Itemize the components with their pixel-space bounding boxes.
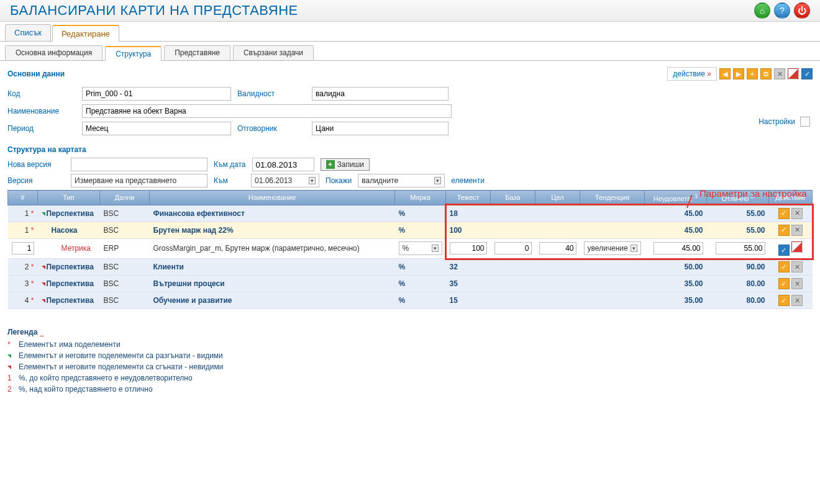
row-edit-icon[interactable]: ✓ — [778, 278, 790, 289]
add-icon[interactable]: + — [747, 68, 758, 79]
th-num: # — [8, 191, 38, 205]
show-link[interactable]: Покажи — [326, 176, 352, 185]
input-name[interactable] — [82, 104, 452, 118]
th-type: Тип — [38, 191, 100, 205]
inner-tab-structure[interactable]: Структура — [105, 46, 162, 61]
section-basic-data: Основни данни — [7, 70, 65, 78]
settings-checkbox[interactable] — [800, 117, 810, 127]
inner-tab-tasks[interactable]: Свързани задачи — [233, 45, 314, 60]
legend-one: %, до който представянето е неудовлетвор… — [19, 374, 193, 382]
target-input[interactable] — [539, 242, 576, 254]
label-version: Версия — [7, 176, 65, 185]
copy-icon[interactable]: ⧉ — [760, 68, 772, 79]
row-confirm-icon[interactable]: ✓ — [778, 245, 790, 256]
section-card-structure: Структура на картата — [7, 145, 813, 154]
weight-input[interactable] — [450, 242, 487, 254]
base-input[interactable] — [494, 242, 532, 254]
label-code: Код — [7, 89, 76, 98]
elements-link[interactable]: елементи — [451, 176, 485, 185]
nav-next-icon[interactable]: ▶ — [733, 68, 744, 79]
label-to-date: Към дата — [214, 160, 246, 169]
nav-prev-icon[interactable]: ◀ — [719, 68, 731, 79]
close-icon[interactable]: ✕ — [774, 68, 785, 79]
table-row: 3 * Перспектива BSC Вътрешни процеси % 3… — [8, 276, 813, 292]
save-button[interactable]: +Запиши — [321, 158, 370, 171]
label-new-version: Нова версия — [7, 160, 65, 169]
row-delete-icon[interactable]: ✕ — [791, 208, 803, 219]
table-row: 2 * Перспектива BSC Клиенти % 32 50.00 9… — [8, 259, 813, 276]
inner-tab-presentation[interactable]: Представяне — [164, 45, 230, 60]
legend-star: Елементът има поделементи — [19, 340, 121, 349]
legend-green: Елементът и неговите поделементи са разг… — [19, 351, 223, 360]
table-row: Метрика ERP GrossMargin_par_m, Брутен ма… — [8, 238, 813, 259]
select-version[interactable]: Измерване на представянето — [71, 174, 207, 187]
unsat-input[interactable] — [654, 242, 703, 254]
legend-two: %, над който представянето е отлично — [19, 385, 153, 394]
table-row: 1 * Насока BSC Брутен марж над 22% % 100… — [8, 222, 813, 238]
input-code[interactable] — [82, 87, 231, 101]
home-icon[interactable]: ⌂ — [754, 2, 770, 19]
th-base: База — [491, 191, 535, 205]
row-edit-icon[interactable]: ✓ — [778, 225, 790, 236]
legend-red: Елементът и неговите поделементи са сгън… — [19, 362, 223, 371]
row-delete-icon[interactable]: ✕ — [791, 278, 803, 289]
discard-icon[interactable] — [788, 68, 799, 79]
label-to: Към — [214, 176, 245, 185]
th-measure: Мярка — [395, 191, 446, 205]
help-icon[interactable]: ? — [774, 2, 790, 19]
input-to-date[interactable] — [252, 158, 314, 171]
select-show[interactable]: валидните▾ — [358, 174, 445, 187]
measure-select[interactable]: %▾ — [399, 241, 442, 255]
input-period[interactable] — [82, 122, 231, 135]
legend-title: Легенда — [7, 328, 37, 336]
th-data: Данни — [100, 191, 150, 205]
th-name: Наименование — [150, 191, 395, 205]
inner-tab-info[interactable]: Основна информация — [5, 45, 102, 60]
input-responsible[interactable] — [312, 122, 449, 135]
row-edit-icon[interactable]: ✓ — [778, 208, 790, 219]
structure-table: # Тип Данни Наименование Мярка Тежест Ба… — [7, 190, 813, 309]
tab-list[interactable]: Списък — [5, 24, 51, 41]
th-unsat: Неудовлетв. 1 — [645, 191, 707, 205]
row-edit-icon[interactable]: ✓ — [778, 261, 790, 272]
row-delete-icon[interactable]: ✕ — [791, 261, 803, 272]
label-name: Наименование — [7, 107, 76, 115]
input-new-version[interactable] — [71, 158, 207, 171]
th-excellent: Отлично 2 — [707, 191, 769, 205]
select-to[interactable]: 01.06.2013▾ — [251, 174, 319, 187]
label-responsible: Отговорник — [237, 124, 306, 133]
row-index-input[interactable] — [12, 242, 34, 254]
trend-select[interactable]: увеличение▾ — [584, 241, 641, 255]
label-validity: Валидност — [237, 89, 306, 98]
row-delete-icon[interactable]: ✕ — [791, 225, 803, 236]
page-title: БАЛАНСИРАНИ КАРТИ НА ПРЕДСТАВЯНЕ — [10, 2, 298, 19]
th-weight: Тежест — [446, 191, 491, 205]
table-row: 4 * Перспектива BSC Обучение и развитие … — [8, 292, 813, 309]
input-validity[interactable] — [312, 87, 449, 101]
row-discard-icon[interactable] — [791, 241, 803, 253]
confirm-icon[interactable]: ✓ — [801, 68, 813, 79]
settings-label: Настройки — [758, 117, 795, 126]
row-delete-icon[interactable]: ✕ — [791, 295, 803, 306]
tab-edit[interactable]: Редактиране — [52, 25, 119, 42]
action-menu[interactable]: действие » — [667, 67, 717, 81]
power-icon[interactable]: ⏻ — [794, 2, 810, 19]
table-row: 1 * Перспектива BSC Финансова ефективнос… — [8, 205, 813, 222]
excellent-input[interactable] — [716, 242, 765, 254]
th-trend: Тенденция — [580, 191, 645, 205]
row-edit-icon[interactable]: ✓ — [778, 295, 790, 306]
th-action: Действие — [769, 191, 813, 205]
label-period: Период — [7, 124, 76, 133]
th-target: Цел — [535, 191, 580, 205]
